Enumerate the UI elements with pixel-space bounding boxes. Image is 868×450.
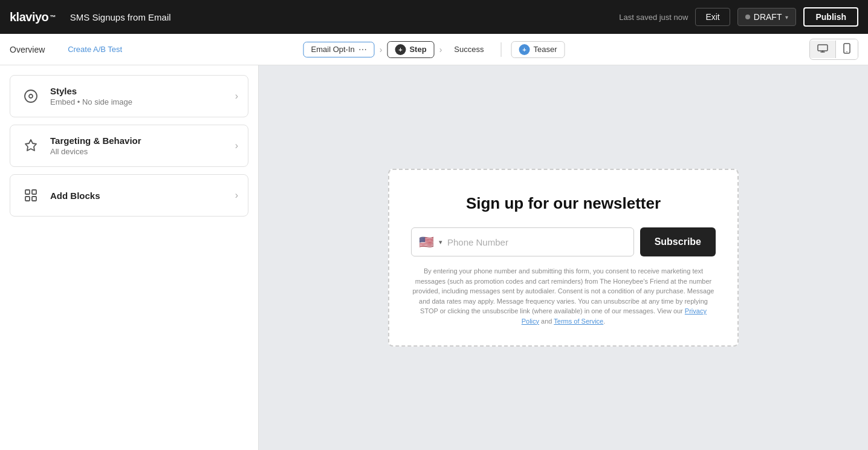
chevron-right-icon-2: › bbox=[439, 45, 442, 54]
phone-placeholder: Phone Number bbox=[447, 237, 626, 247]
svg-rect-9 bbox=[25, 197, 30, 201]
chevron-right-icon-1: › bbox=[380, 45, 383, 54]
svg-point-5 bbox=[25, 90, 37, 102]
email-opt-in-pill[interactable]: Email Opt-In ⋯ bbox=[303, 42, 375, 57]
sub-nav: Overview Create A/B Test Email Opt-In ⋯ … bbox=[0, 34, 868, 65]
svg-rect-7 bbox=[25, 190, 30, 194]
styles-item[interactable]: Styles Embed • No side image › bbox=[10, 75, 248, 117]
exit-button[interactable]: Exit bbox=[695, 8, 730, 26]
targeting-subtitle: All devices bbox=[50, 147, 227, 156]
targeting-chevron-icon: › bbox=[235, 140, 238, 151]
add-blocks-title: Add Blocks bbox=[50, 191, 227, 201]
add-blocks-item[interactable]: Add Blocks › bbox=[10, 174, 248, 217]
draft-label: DRAFT bbox=[754, 12, 782, 22]
teaser-pill[interactable]: + Teaser bbox=[511, 41, 565, 58]
desktop-view-button[interactable] bbox=[810, 41, 836, 58]
targeting-title: Targeting & Behavior bbox=[50, 135, 227, 146]
sub-nav-overview: Overview Create A/B Test bbox=[10, 45, 131, 54]
period: . bbox=[603, 318, 605, 325]
nav-right: Last saved just now Exit DRAFT ▾ Publish bbox=[619, 7, 858, 27]
and-text: and bbox=[541, 318, 552, 325]
step-pill[interactable]: + Step bbox=[387, 41, 434, 58]
phone-row: 🇺🇸 ▾ Phone Number Subscribe bbox=[411, 227, 716, 256]
subscribe-button[interactable]: Subscribe bbox=[640, 227, 716, 256]
last-saved: Last saved just now bbox=[619, 13, 688, 22]
svg-rect-8 bbox=[32, 190, 36, 194]
mobile-view-button[interactable] bbox=[836, 39, 858, 59]
tos-link[interactable]: Terms of Service bbox=[554, 318, 603, 325]
logo-text: klaviyo bbox=[10, 10, 48, 24]
add-blocks-chevron-icon: › bbox=[235, 190, 238, 201]
create-ab-link[interactable]: Create A/B Test bbox=[68, 45, 122, 54]
disclaimer-text: By entering your phone number and submit… bbox=[411, 266, 716, 326]
preview-area: Sign up for our newsletter 🇺🇸 ▾ Phone Nu… bbox=[259, 65, 868, 450]
targeting-icon bbox=[20, 135, 42, 157]
add-blocks-icon bbox=[20, 184, 42, 206]
success-pill[interactable]: Success bbox=[447, 42, 491, 56]
options-icon[interactable]: ⋯ bbox=[358, 45, 367, 54]
email-opt-in-label: Email Opt-In bbox=[311, 45, 355, 54]
separator bbox=[500, 42, 501, 57]
styles-subtitle: Embed • No side image bbox=[50, 97, 227, 106]
step-label: Step bbox=[409, 45, 426, 54]
draft-status-dot bbox=[745, 15, 750, 19]
phone-input[interactable]: 🇺🇸 ▾ Phone Number bbox=[411, 227, 634, 256]
publish-button[interactable]: Publish bbox=[803, 7, 858, 27]
step-circle-icon: + bbox=[395, 44, 406, 55]
flag-emoji: 🇺🇸 bbox=[419, 235, 434, 249]
teaser-add-icon: + bbox=[519, 44, 530, 55]
targeting-text: Targeting & Behavior All devices bbox=[50, 135, 227, 156]
form-title: Sign up for our newsletter bbox=[411, 194, 716, 213]
success-label: Success bbox=[454, 45, 484, 54]
add-blocks-text: Add Blocks bbox=[50, 191, 227, 201]
logo: klaviyo ™ bbox=[10, 10, 56, 24]
draft-button[interactable]: DRAFT ▾ bbox=[737, 8, 797, 26]
sidebar: Styles Embed • No side image › Targeting… bbox=[0, 65, 259, 450]
teaser-label: Teaser bbox=[533, 45, 557, 54]
view-toggle bbox=[809, 39, 858, 60]
main-layout: Styles Embed • No side image › Targeting… bbox=[0, 65, 868, 450]
overview-link[interactable]: Overview bbox=[10, 45, 45, 54]
svg-rect-10 bbox=[32, 197, 36, 201]
svg-point-4 bbox=[846, 51, 847, 53]
country-chevron-icon[interactable]: ▾ bbox=[439, 238, 442, 246]
svg-rect-0 bbox=[818, 45, 828, 51]
draft-chevron-icon: ▾ bbox=[785, 14, 788, 21]
svg-point-6 bbox=[29, 94, 33, 98]
sub-nav-center: Email Opt-In ⋯ › + Step › Success + Teas… bbox=[303, 41, 565, 58]
top-nav: klaviyo ™ SMS Signups from Email Last sa… bbox=[0, 0, 868, 34]
targeting-item[interactable]: Targeting & Behavior All devices › bbox=[10, 125, 248, 167]
styles-chevron-icon: › bbox=[235, 91, 238, 102]
styles-text: Styles Embed • No side image bbox=[50, 86, 227, 106]
styles-icon bbox=[20, 85, 42, 107]
form-card: Sign up for our newsletter 🇺🇸 ▾ Phone Nu… bbox=[388, 169, 739, 347]
styles-title: Styles bbox=[50, 86, 227, 96]
disclaimer-main: By entering your phone number and submit… bbox=[413, 267, 714, 315]
page-title: SMS Signups from Email bbox=[70, 12, 171, 22]
